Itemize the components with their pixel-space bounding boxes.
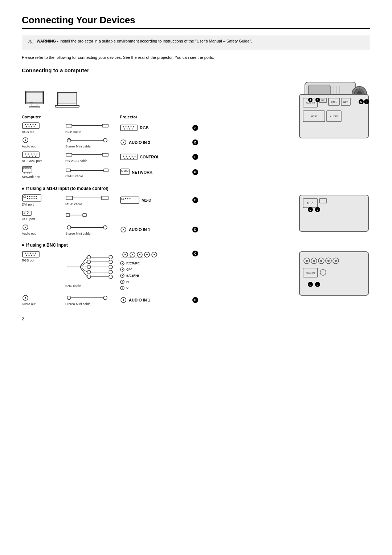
svg-point-169 (87, 270, 91, 274)
cable-rgb: RGB cable (65, 122, 120, 134)
svg-point-35 (128, 126, 129, 127)
svg-point-25 (26, 126, 27, 127)
proj-control: CONTROL (120, 153, 192, 161)
section-bnc: If using a BNC input RGB out (22, 243, 370, 306)
svg-point-137 (67, 226, 71, 229)
svg-point-55 (34, 153, 35, 154)
svg-point-166 (87, 255, 91, 259)
svg-point-71 (127, 158, 128, 159)
svg-rect-83 (104, 169, 108, 172)
svg-point-217 (327, 260, 330, 262)
projector-rear-diagram-2: M1-D B D (298, 193, 370, 233)
svg-rect-29 (66, 124, 72, 127)
svg-rect-1 (32, 104, 37, 107)
svg-point-116 (27, 198, 28, 199)
svg-point-154 (33, 252, 34, 254)
badge-d-m1d: D (192, 227, 214, 232)
svg-point-206 (103, 296, 107, 300)
svg-text:F: F (366, 101, 368, 103)
svg-point-158 (31, 255, 32, 256)
svg-line-161 (80, 257, 87, 267)
warning-icon: ⚠ (27, 39, 33, 45)
badge-e: E (192, 139, 214, 145)
svg-point-41 (132, 128, 133, 129)
svg-rect-85 (122, 170, 123, 171)
svg-point-195 (122, 269, 123, 270)
comp-usb-port: USB port (22, 209, 65, 221)
svg-point-167 (87, 260, 91, 264)
svg-rect-84 (121, 169, 129, 175)
svg-point-22 (30, 124, 31, 125)
svg-point-184 (132, 254, 133, 255)
cable-stereo: Stereo Mini cable (65, 137, 120, 148)
svg-rect-32 (121, 125, 137, 131)
comp-rgb-out: RGB out (22, 122, 65, 134)
svg-point-36 (131, 126, 132, 127)
svg-point-56 (37, 153, 38, 154)
svg-point-182 (124, 254, 126, 255)
svg-point-120 (36, 198, 37, 199)
page-number: 2 (22, 317, 370, 321)
svg-point-54 (31, 153, 32, 154)
svg-rect-75 (24, 167, 25, 169)
device-pair (22, 89, 80, 111)
svg-rect-61 (66, 153, 72, 156)
svg-rect-6 (58, 93, 76, 104)
svg-point-190 (154, 254, 155, 255)
svg-text:M1-D: M1-D (311, 115, 317, 118)
svg-rect-19 (23, 123, 39, 129)
svg-point-23 (33, 124, 34, 125)
badge-g: G (192, 169, 214, 175)
proj-rgb: RGB (120, 124, 192, 131)
svg-point-177 (109, 260, 113, 264)
col-header-projector: Projector (120, 115, 185, 119)
page-title: Connecting Your Devices (22, 15, 370, 29)
svg-rect-81 (66, 169, 70, 172)
svg-point-60 (35, 155, 36, 157)
svg-rect-150 (23, 251, 39, 257)
cable-stereo-2: Stereo Mini cable (65, 224, 120, 235)
svg-text:AUDIO: AUDIO (330, 115, 338, 118)
svg-point-21 (28, 124, 29, 125)
svg-point-136 (25, 227, 26, 228)
comp-audio-out-2: Audio out (22, 224, 65, 235)
proj-bnc-ports: R/CB/PR G/Y B/CB/PB H V R/CR/PR G/Y B/CB… (120, 251, 192, 291)
svg-line-162 (80, 262, 87, 267)
svg-line-164 (80, 267, 87, 272)
svg-text:G: G (360, 101, 362, 103)
svg-point-114 (34, 196, 35, 197)
svg-rect-4 (26, 92, 43, 102)
svg-text:M1-D: M1-D (307, 202, 313, 204)
comp-dvi-port: DVI port (22, 194, 65, 206)
svg-point-118 (32, 198, 33, 199)
svg-point-72 (130, 158, 131, 159)
conn-row-network: Network port CAT-5 cable NETWORK G (22, 166, 370, 179)
svg-rect-142 (299, 195, 368, 231)
comp-rgb-out-bnc: RGB out (22, 251, 65, 262)
svg-point-58 (29, 155, 30, 157)
svg-text:B: B (317, 208, 318, 211)
svg-point-127 (127, 198, 128, 199)
svg-point-180 (109, 275, 113, 279)
svg-rect-31 (102, 124, 108, 127)
sub-heading-bnc: If using a BNC input (22, 243, 370, 248)
svg-point-156 (26, 255, 27, 256)
svg-point-151 (25, 252, 26, 254)
svg-point-178 (109, 265, 113, 269)
svg-point-70 (124, 158, 126, 159)
comp-audio-out: Audio out (22, 137, 65, 148)
svg-point-111 (27, 196, 28, 197)
svg-point-203 (25, 297, 26, 299)
svg-point-204 (67, 296, 71, 300)
svg-point-26 (29, 126, 30, 127)
svg-point-213 (313, 260, 315, 262)
svg-point-52 (25, 153, 26, 154)
svg-point-66 (126, 155, 127, 157)
badge-f: F (192, 154, 214, 160)
proj-network: NETWORK (120, 168, 192, 176)
svg-point-128 (130, 198, 131, 199)
svg-point-69 (135, 155, 136, 157)
proj-m1d: M1-D (120, 196, 192, 204)
svg-rect-63 (102, 153, 108, 156)
laptop-icon (54, 89, 80, 111)
